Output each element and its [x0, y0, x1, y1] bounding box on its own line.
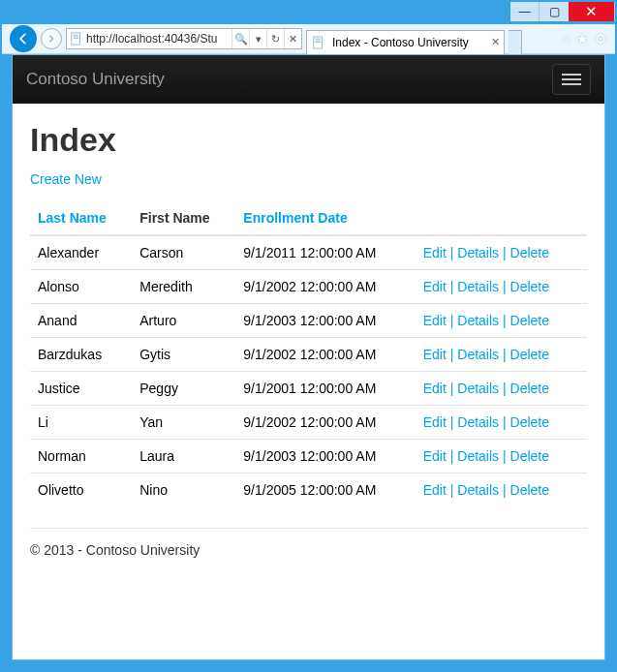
delete-link[interactable]: Delete — [510, 245, 549, 260]
brand-label[interactable]: Contoso University — [26, 70, 165, 89]
details-link[interactable]: Details — [457, 347, 499, 362]
cell-enrollment-date: 9/1/2005 12:00:00 AM — [235, 473, 415, 507]
cell-last-name: Barzdukas — [30, 338, 132, 372]
tools-icon[interactable]: ⚙ — [595, 31, 607, 46]
cell-actions: Edit | Details | Delete — [416, 473, 587, 507]
edit-link[interactable]: Edit — [423, 414, 447, 430]
table-row: AnandArturo9/1/2003 12:00:00 AMEdit | De… — [30, 304, 587, 338]
page-icon — [311, 35, 326, 50]
create-new-link[interactable]: Create New — [30, 171, 102, 187]
cell-first-name: Arturo — [132, 304, 235, 338]
cell-first-name: Meredith — [132, 270, 235, 304]
details-link[interactable]: Details — [457, 245, 499, 260]
page-body: Index Create New Last Name First Name En… — [13, 104, 604, 596]
delete-link[interactable]: Delete — [510, 414, 549, 430]
edit-link[interactable]: Edit — [423, 381, 447, 396]
details-link[interactable]: Details — [457, 313, 499, 328]
tab-close-button[interactable]: ✕ — [491, 36, 500, 48]
forward-button[interactable] — [41, 28, 62, 49]
table-row: AlonsoMeredith9/1/2002 12:00:00 AMEdit |… — [30, 270, 587, 304]
hamburger-icon — [562, 74, 581, 76]
arrow-right-icon — [46, 34, 56, 44]
cell-first-name: Laura — [132, 440, 235, 473]
page-title: Index — [30, 121, 587, 159]
cell-last-name: Li — [30, 406, 132, 440]
search-icon[interactable]: 🔍 — [231, 29, 249, 48]
browser-tab[interactable]: Index - Contoso University ✕ — [306, 30, 505, 54]
home-icon[interactable]: ⌂ — [563, 31, 571, 46]
table-row: JusticePeggy9/1/2001 12:00:00 AMEdit | D… — [30, 372, 587, 406]
svg-rect-2 — [74, 36, 78, 37]
edit-link[interactable]: Edit — [423, 448, 447, 464]
table-row: BarzdukasGytis9/1/2002 12:00:00 AMEdit |… — [30, 338, 587, 372]
cell-last-name: Alonso — [30, 270, 132, 304]
tab-title: Index - Contoso University — [332, 36, 487, 49]
delete-link[interactable]: Delete — [510, 347, 549, 362]
cell-enrollment-date: 9/1/2002 12:00:00 AM — [235, 338, 415, 372]
svg-rect-1 — [74, 35, 78, 36]
header-actions — [416, 201, 587, 235]
cell-actions: Edit | Details | Delete — [416, 406, 587, 440]
delete-link[interactable]: Delete — [510, 313, 549, 328]
table-row: LiYan9/1/2002 12:00:00 AMEdit | Details … — [30, 406, 587, 440]
table-body: AlexanderCarson9/1/2011 12:00:00 AMEdit … — [30, 235, 587, 506]
edit-link[interactable]: Edit — [423, 245, 447, 260]
cell-first-name: Yan — [132, 406, 235, 440]
delete-link[interactable]: Delete — [510, 381, 549, 396]
cell-actions: Edit | Details | Delete — [416, 440, 587, 473]
window-maximize-button[interactable]: ▢ — [540, 2, 569, 21]
cell-actions: Edit | Details | Delete — [416, 304, 587, 338]
hamburger-icon — [562, 83, 581, 85]
address-bar[interactable]: 🔍 ▾ ↻ ✕ — [66, 28, 302, 49]
details-link[interactable]: Details — [457, 482, 499, 498]
details-link[interactable]: Details — [457, 279, 499, 294]
footer-text: © 2013 - Contoso University — [30, 542, 587, 573]
table-row: OlivettoNino9/1/2005 12:00:00 AMEdit | D… — [30, 473, 587, 507]
back-button[interactable] — [10, 25, 37, 52]
cell-enrollment-date: 9/1/2003 12:00:00 AM — [235, 440, 415, 473]
window-close-button[interactable]: ✕ — [569, 2, 615, 21]
favorites-icon[interactable]: ★ — [576, 31, 589, 46]
cell-actions: Edit | Details | Delete — [416, 235, 587, 270]
cell-enrollment-date: 9/1/2002 12:00:00 AM — [235, 270, 415, 304]
cell-first-name: Carson — [132, 235, 235, 270]
hamburger-icon — [562, 78, 581, 80]
sort-last-name-link[interactable]: Last Name — [38, 210, 107, 226]
delete-link[interactable]: Delete — [510, 279, 549, 294]
cell-actions: Edit | Details | Delete — [416, 372, 587, 406]
cell-last-name: Olivetto — [30, 473, 132, 507]
edit-link[interactable]: Edit — [423, 313, 447, 328]
new-tab-button[interactable] — [509, 30, 522, 54]
refresh-icon[interactable]: ↻ — [266, 29, 284, 48]
students-table: Last Name First Name Enrollment Date Ale… — [30, 201, 587, 506]
dropdown-icon[interactable]: ▾ — [249, 29, 266, 48]
cell-enrollment-date: 9/1/2001 12:00:00 AM — [235, 372, 415, 406]
svg-rect-5 — [316, 38, 321, 39]
window-minimize-button[interactable]: — — [510, 2, 540, 21]
details-link[interactable]: Details — [457, 381, 499, 396]
table-row: AlexanderCarson9/1/2011 12:00:00 AMEdit … — [30, 235, 587, 270]
browser-window: — ▢ ✕ 🔍 ▾ ↻ ✕ I — [2, 2, 615, 670]
stop-icon[interactable]: ✕ — [284, 29, 301, 48]
delete-link[interactable]: Delete — [510, 448, 549, 464]
cell-last-name: Justice — [30, 372, 132, 406]
details-link[interactable]: Details — [457, 448, 499, 464]
browser-toolbar: 🔍 ▾ ↻ ✕ Index - Contoso University ✕ ⌂ ★… — [2, 24, 615, 54]
cell-last-name: Norman — [30, 440, 132, 473]
site-navbar: Contoso University — [13, 55, 604, 104]
sort-enrollment-date-link[interactable]: Enrollment Date — [243, 210, 347, 226]
table-row: NormanLaura9/1/2003 12:00:00 AMEdit | De… — [30, 440, 587, 473]
cell-first-name: Nino — [132, 473, 235, 507]
nav-toggle-button[interactable] — [552, 64, 591, 95]
footer-divider — [30, 528, 587, 529]
cell-first-name: Gytis — [132, 338, 235, 372]
edit-link[interactable]: Edit — [423, 279, 447, 294]
details-link[interactable]: Details — [457, 414, 499, 430]
url-input[interactable] — [86, 30, 231, 47]
cell-enrollment-date: 9/1/2011 12:00:00 AM — [235, 235, 415, 270]
edit-link[interactable]: Edit — [423, 482, 447, 498]
edit-link[interactable]: Edit — [423, 347, 447, 362]
cell-last-name: Anand — [30, 304, 132, 338]
delete-link[interactable]: Delete — [510, 482, 549, 498]
browser-tool-icons: ⌂ ★ ⚙ — [563, 31, 611, 46]
